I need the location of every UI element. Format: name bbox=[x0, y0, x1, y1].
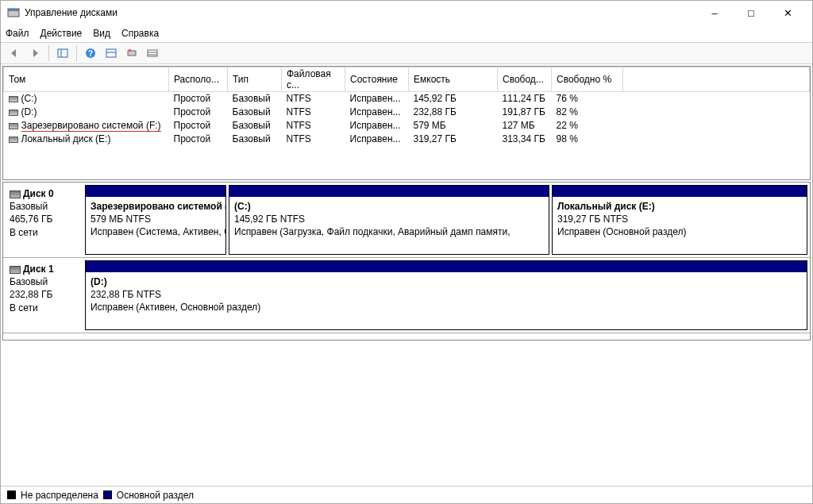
volume-free-pct: 22 % bbox=[552, 119, 623, 133]
col-capacity[interactable]: Емкость bbox=[409, 67, 498, 92]
menu-file[interactable]: Файл bbox=[6, 28, 29, 39]
disk-info[interactable]: Диск 0 Базовый 465,76 ГБ В сети bbox=[3, 183, 83, 257]
partition[interactable]: Зарезервировано системой (F 579 МБ NTFS … bbox=[85, 185, 226, 255]
drive-icon bbox=[9, 137, 18, 143]
disk-info[interactable]: Диск 1 Базовый 232,88 ГБ В сети bbox=[3, 258, 83, 333]
drive-icon bbox=[9, 110, 18, 116]
disk-status: В сети bbox=[10, 302, 76, 314]
disk-map-pane: Диск 0 Базовый 465,76 ГБ В сети Зарезерв… bbox=[2, 182, 811, 340]
col-empty bbox=[623, 67, 810, 92]
col-free-pct[interactable]: Свободно % bbox=[552, 67, 623, 92]
disk-name: Диск 1 bbox=[23, 264, 54, 275]
volume-row[interactable]: Локальный диск (E:)ПростойБазовыйNTFSИсп… bbox=[4, 133, 810, 146]
svg-rect-6 bbox=[106, 49, 116, 57]
window-title: Управление дисками bbox=[25, 7, 696, 18]
volume-free-pct: 76 % bbox=[552, 92, 623, 106]
volume-fs: NTFS bbox=[282, 133, 345, 146]
volume-status: Исправен... bbox=[345, 133, 409, 146]
volume-type: Базовый bbox=[228, 106, 282, 119]
forward-button[interactable] bbox=[26, 44, 44, 62]
partition-title: Зарезервировано системой (F bbox=[91, 200, 221, 213]
partition-title: (D:) bbox=[91, 275, 802, 288]
disk-type: Базовый bbox=[10, 200, 76, 213]
disk-status: В сети bbox=[10, 226, 76, 239]
partition-header bbox=[229, 186, 549, 197]
svg-rect-9 bbox=[129, 49, 131, 52]
partition-state: Исправен (Система, Активен, О bbox=[91, 225, 221, 238]
volume-name: Локальный диск (E:) bbox=[21, 133, 111, 144]
disk-size: 465,76 ГБ bbox=[10, 213, 76, 225]
volume-layout: Простой bbox=[169, 92, 228, 106]
partition[interactable]: (D:) 232,88 ГБ NTFS Исправен (Активен, О… bbox=[85, 260, 807, 330]
volume-free: 111,24 ГБ bbox=[498, 92, 552, 106]
menubar: Файл Действие Вид Справка bbox=[1, 25, 812, 42]
volume-row[interactable]: (C:)ПростойБазовыйNTFSИсправен...145,92 … bbox=[4, 92, 810, 106]
disk-icon bbox=[10, 266, 21, 274]
partition-header bbox=[86, 261, 807, 272]
partition-header bbox=[553, 186, 807, 197]
disk-size: 232,88 ГБ bbox=[10, 288, 76, 301]
volume-row[interactable]: (D:)ПростойБазовыйNTFSИсправен...232,88 … bbox=[4, 106, 810, 119]
volume-status: Исправен... bbox=[345, 92, 409, 106]
column-headers[interactable]: Том Располо... Тип Файловая с... Состоян… bbox=[4, 67, 810, 92]
volume-layout: Простой bbox=[169, 119, 228, 133]
partition-header bbox=[86, 186, 225, 197]
volume-name: (D:) bbox=[21, 106, 37, 117]
col-status[interactable]: Состояние bbox=[345, 67, 409, 92]
partition-size: 145,92 ГБ NTFS bbox=[234, 213, 544, 225]
volume-layout: Простой bbox=[169, 133, 228, 146]
legend-unallocated-label: Не распределена bbox=[21, 490, 98, 501]
volume-free: 191,87 ГБ bbox=[498, 106, 552, 119]
partition-title: (C:) bbox=[234, 200, 544, 213]
maximize-button[interactable]: □ bbox=[733, 1, 769, 25]
empty-area bbox=[1, 342, 812, 486]
volume-fs: NTFS bbox=[282, 119, 345, 133]
menu-help[interactable]: Справка bbox=[121, 28, 159, 39]
col-filesystem[interactable]: Файловая с... bbox=[282, 67, 345, 92]
volume-free: 313,34 ГБ bbox=[498, 133, 552, 146]
partition[interactable]: (C:) 145,92 ГБ NTFS Исправен (Загрузка, … bbox=[229, 185, 549, 255]
titlebar: Управление дисками – □ ✕ bbox=[1, 1, 812, 25]
volume-row[interactable]: Зарезервировано системой (F:)ПростойБазо… bbox=[4, 119, 810, 133]
volume-free: 127 МБ bbox=[498, 119, 552, 133]
refresh-button[interactable] bbox=[123, 44, 141, 62]
partition[interactable]: Локальный диск (E:) 319,27 ГБ NTFS Испра… bbox=[552, 185, 807, 255]
volume-type: Базовый bbox=[228, 92, 282, 106]
minimize-button[interactable]: – bbox=[696, 1, 733, 25]
volume-free-pct: 98 % bbox=[552, 133, 623, 146]
legend-unallocated-swatch bbox=[7, 491, 16, 499]
volume-status: Исправен... bbox=[345, 119, 409, 133]
toolbar-separator bbox=[76, 45, 77, 61]
show-hide-button[interactable] bbox=[54, 44, 71, 62]
svg-rect-10 bbox=[148, 50, 157, 56]
col-layout[interactable]: Располо... bbox=[169, 67, 228, 92]
help-button[interactable]: ? bbox=[82, 44, 99, 62]
partition-state: Исправен (Основной раздел) bbox=[557, 225, 802, 238]
disk-name: Диск 0 bbox=[23, 188, 54, 199]
col-volume[interactable]: Том bbox=[4, 67, 169, 92]
toolbar-separator bbox=[48, 45, 49, 61]
partition-title: Локальный диск (E:) bbox=[557, 200, 802, 213]
menu-action[interactable]: Действие bbox=[40, 28, 83, 39]
drive-icon bbox=[9, 123, 18, 129]
volume-table[interactable]: Том Располо... Тип Файловая с... Состоян… bbox=[3, 67, 810, 146]
col-free[interactable]: Свобод... bbox=[498, 67, 552, 92]
close-button[interactable]: ✕ bbox=[769, 1, 806, 25]
volume-type: Базовый bbox=[228, 133, 282, 146]
volume-fs: NTFS bbox=[282, 92, 345, 106]
volume-name: Зарезервировано системой (F:) bbox=[21, 120, 161, 132]
settings-button[interactable] bbox=[102, 44, 120, 62]
volume-capacity: 145,92 ГБ bbox=[409, 92, 498, 106]
partition-size: 319,27 ГБ NTFS bbox=[557, 213, 802, 225]
volume-capacity: 579 МБ bbox=[409, 119, 498, 133]
col-type[interactable]: Тип bbox=[228, 67, 282, 92]
partitions-container: (D:) 232,88 ГБ NTFS Исправен (Активен, О… bbox=[83, 258, 810, 333]
volume-layout: Простой bbox=[169, 106, 228, 119]
partition-size: 232,88 ГБ NTFS bbox=[91, 288, 802, 301]
menu-view[interactable]: Вид bbox=[93, 28, 110, 39]
disk-icon bbox=[10, 190, 21, 198]
volume-status: Исправен... bbox=[345, 106, 409, 119]
volume-capacity: 232,88 ГБ bbox=[409, 106, 498, 119]
list-button[interactable] bbox=[144, 44, 161, 62]
back-button[interactable] bbox=[6, 44, 23, 62]
